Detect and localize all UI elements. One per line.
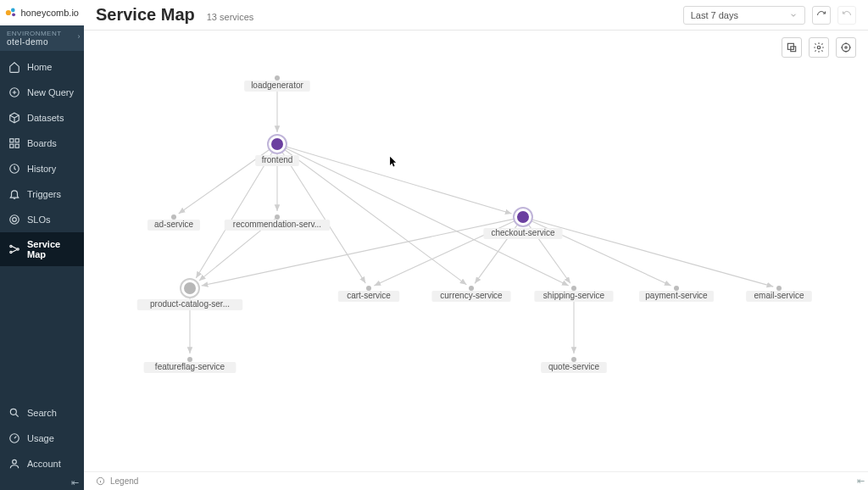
graph-icon xyxy=(8,243,20,255)
svg-point-1 xyxy=(11,8,15,13)
gauge-icon xyxy=(8,432,20,444)
graph-edge xyxy=(196,152,273,278)
service-node-shipping-service[interactable]: shipping-service xyxy=(534,286,613,302)
service-node-email-service[interactable]: email-service xyxy=(746,286,812,302)
sidebar-item-triggers[interactable]: Triggers xyxy=(0,181,84,207)
nav-bottom: Search Usage Account xyxy=(0,397,84,476)
environment-label: ENVIRONMENT xyxy=(7,30,77,37)
brand-logo[interactable]: honeycomb.io xyxy=(0,0,84,25)
svg-point-0 xyxy=(6,10,11,15)
graph-edge xyxy=(284,149,466,285)
chevron-down-icon xyxy=(789,11,798,19)
nav-main: Home New Query Datasets Boards History T… xyxy=(0,51,84,266)
svg-point-13 xyxy=(17,248,19,250)
service-node-quote-service[interactable]: quote-service xyxy=(541,357,607,373)
service-node-label: frontend xyxy=(262,155,293,164)
service-node-label: recommendation-serv... xyxy=(233,220,321,229)
user-icon xyxy=(8,458,20,470)
footer: Legend xyxy=(84,471,868,490)
svg-rect-5 xyxy=(15,139,19,142)
svg-point-2 xyxy=(12,13,15,16)
svg-point-25 xyxy=(271,138,283,150)
sidebar-item-label: SLOs xyxy=(27,214,51,225)
sidebar-item-label: Usage xyxy=(27,433,54,443)
sidebar-item-label: Search xyxy=(27,408,57,418)
svg-point-10 xyxy=(13,218,17,222)
time-range-selector[interactable]: Last 7 days xyxy=(683,6,805,25)
environment-selector[interactable]: ENVIRONMENT otel-demo › xyxy=(0,25,84,51)
service-node-label: ad-service xyxy=(154,220,194,229)
sidebar-item-slos[interactable]: SLOs xyxy=(0,207,84,232)
chevron-right-icon: › xyxy=(78,32,81,41)
search-icon xyxy=(8,407,20,419)
svg-rect-7 xyxy=(15,144,19,148)
collapse-right-panel-button[interactable]: ⇤ xyxy=(857,476,865,487)
service-node-label: featureflag-service xyxy=(155,362,225,371)
sidebar-item-label: Boards xyxy=(27,138,57,148)
sidebar: honeycomb.io ENVIRONMENT otel-demo › Hom… xyxy=(0,0,84,490)
bell-icon xyxy=(8,188,20,200)
service-node-featureflag-service[interactable]: featureflag-service xyxy=(144,357,236,373)
honeycomb-logo-icon xyxy=(5,6,19,19)
clock-icon xyxy=(8,163,20,175)
plus-circle-icon xyxy=(8,86,20,98)
service-node-label: cart-service xyxy=(347,291,391,300)
service-node-currency-service[interactable]: currency-service xyxy=(431,286,510,302)
service-node-label: checkout-service xyxy=(491,228,554,237)
sidebar-item-account[interactable]: Account xyxy=(0,451,84,476)
svg-point-11 xyxy=(10,245,12,247)
info-icon xyxy=(96,476,105,486)
graph-edge xyxy=(281,151,365,283)
sidebar-item-label: Account xyxy=(27,459,61,469)
grid-icon xyxy=(8,137,20,149)
refresh-button[interactable] xyxy=(812,6,831,25)
sidebar-item-history[interactable]: History xyxy=(0,156,84,181)
sidebar-item-label: History xyxy=(27,164,56,174)
service-node-product-catalog-service[interactable]: product-catalog-ser... xyxy=(137,279,242,310)
sidebar-item-home[interactable]: Home xyxy=(0,54,84,80)
refresh-icon xyxy=(816,10,826,20)
sidebar-item-label: New Query xyxy=(27,87,74,97)
svg-point-16 xyxy=(13,459,17,464)
sidebar-item-service-map[interactable]: Service Map xyxy=(0,232,84,266)
sidebar-item-new-query[interactable]: New Query xyxy=(0,80,84,105)
sidebar-item-usage[interactable]: Usage xyxy=(0,426,84,451)
target-icon xyxy=(8,214,20,226)
svg-rect-6 xyxy=(10,144,14,148)
sidebar-item-datasets[interactable]: Datasets xyxy=(0,105,84,131)
graph-edge xyxy=(286,147,512,214)
sidebar-item-label: Service Map xyxy=(27,239,75,259)
page-title: Service Map xyxy=(96,5,195,25)
legend-toggle[interactable]: Legend xyxy=(110,476,138,486)
service-map-canvas[interactable]: loadgeneratorfrontendad-servicerecommend… xyxy=(84,31,868,471)
service-count: 13 services xyxy=(207,12,254,22)
svg-point-9 xyxy=(10,215,19,225)
home-icon xyxy=(8,61,20,73)
sidebar-item-search[interactable]: Search xyxy=(0,400,84,426)
service-graph[interactable]: loadgeneratorfrontendad-servicerecommend… xyxy=(84,31,868,471)
time-range-value: Last 7 days xyxy=(691,10,738,20)
service-node-label: email-service xyxy=(754,291,804,300)
service-node-label: loadgenerator xyxy=(251,81,303,90)
service-node-loadgenerator[interactable]: loadgenerator xyxy=(244,75,310,92)
svg-point-32 xyxy=(517,211,529,223)
service-node-label: shipping-service xyxy=(543,291,605,300)
service-node-cart-service[interactable]: cart-service xyxy=(338,286,399,302)
redo-icon xyxy=(842,10,852,20)
collapse-sidebar-button[interactable]: ⇤ xyxy=(71,477,79,488)
service-node-label: product-catalog-ser... xyxy=(150,299,230,309)
svg-rect-4 xyxy=(10,139,14,142)
svg-point-35 xyxy=(184,282,196,294)
service-node-label: currency-service xyxy=(440,291,503,300)
sidebar-item-label: Home xyxy=(27,62,52,72)
brand-text: honeycomb.io xyxy=(21,8,80,18)
svg-point-12 xyxy=(10,251,12,253)
sidebar-item-boards[interactable]: Boards xyxy=(0,131,84,156)
sidebar-item-label: Triggers xyxy=(27,189,61,199)
svg-point-14 xyxy=(10,409,16,415)
service-node-recommendation-service[interactable]: recommendation-serv... xyxy=(225,214,330,231)
service-node-frontend[interactable]: frontend xyxy=(255,135,299,166)
service-node-payment-service[interactable]: payment-service xyxy=(639,286,714,302)
service-node-ad-service[interactable]: ad-service xyxy=(147,214,200,231)
redo-button xyxy=(837,6,856,25)
